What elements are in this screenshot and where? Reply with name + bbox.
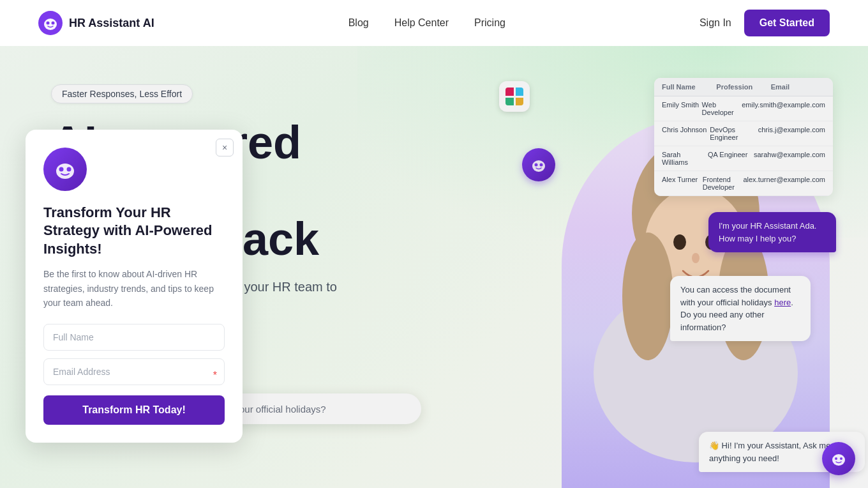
svg-point-20 <box>56 164 74 179</box>
chat-fab-icon <box>830 450 847 467</box>
svg-point-2 <box>47 22 50 25</box>
modal-overlay: × Transform Your HR Strategy with AI-Pow… <box>0 46 868 488</box>
nav-help-center[interactable]: Help Center <box>394 17 449 29</box>
sign-in-button[interactable]: Sign In <box>700 17 731 29</box>
chat-fab-button[interactable] <box>822 442 855 475</box>
logo-text: HR Assistant AI <box>69 17 154 30</box>
email-input[interactable] <box>43 358 225 385</box>
logo-icon <box>38 11 63 35</box>
modal-title: Transform Your HR Strategy with AI-Power… <box>43 204 225 259</box>
required-indicator: * <box>213 370 217 381</box>
modal-logo-icon <box>52 156 78 182</box>
svg-point-17 <box>832 454 845 466</box>
svg-point-22 <box>67 167 71 171</box>
full-name-input[interactable] <box>43 324 225 351</box>
modal-close-button[interactable]: × <box>216 139 234 156</box>
svg-point-18 <box>835 457 837 460</box>
nav-blog[interactable]: Blog <box>348 17 369 29</box>
modal: × Transform Your HR Strategy with AI-Pow… <box>26 130 243 443</box>
get-started-button[interactable]: Get Started <box>744 10 830 36</box>
navbar: HR Assistant AI Blog Help Center Pricing… <box>0 0 868 46</box>
svg-point-1 <box>44 19 57 30</box>
modal-description: Be the first to know about AI-driven HR … <box>43 267 225 310</box>
hero-section: Faster Responses, Less Effort AI-powered… <box>0 46 868 488</box>
svg-point-21 <box>59 167 64 171</box>
modal-submit-button[interactable]: Transform HR Today! <box>43 395 225 425</box>
nav-actions: Sign In Get Started <box>700 10 830 36</box>
svg-point-19 <box>840 457 842 460</box>
svg-point-3 <box>52 22 55 25</box>
modal-logo <box>43 148 87 191</box>
logo[interactable]: HR Assistant AI <box>38 11 154 35</box>
email-input-wrapper: * <box>43 358 225 393</box>
nav-pricing[interactable]: Pricing <box>474 17 505 29</box>
nav-links: Blog Help Center Pricing <box>348 17 505 29</box>
